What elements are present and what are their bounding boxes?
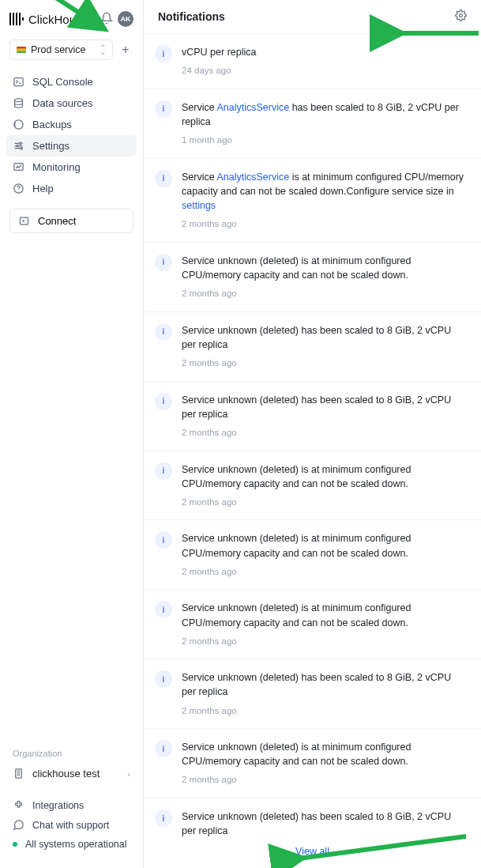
notification-item[interactable]: ivCPU per replica24 days ago xyxy=(144,33,481,89)
info-icon: i xyxy=(155,100,172,118)
panel-title: Notifications xyxy=(158,10,225,23)
sidebar-item-label: Settings xyxy=(32,140,70,152)
sidebar-link-integrations[interactable]: Integrations xyxy=(0,795,143,815)
notification-message: Service unknown (deleted) is at minimum … xyxy=(182,254,467,282)
notification-item[interactable]: iService unknown (deleted) is at minimum… xyxy=(144,728,481,798)
notification-message: Service unknown (deleted) has been scale… xyxy=(182,810,467,838)
notification-item[interactable]: iService AnalyticsService has been scale… xyxy=(144,89,481,158)
brand-name: ClickHouse xyxy=(28,13,88,26)
notification-item[interactable]: iService unknown (deleted) has been scal… xyxy=(144,659,481,728)
notification-time: 2 months ago xyxy=(182,773,467,787)
sidebar-item-monitoring[interactable]: Monitoring xyxy=(6,157,137,178)
notification-link[interactable]: AnalyticsService xyxy=(216,102,289,113)
help-icon xyxy=(13,183,24,194)
status-dot-icon xyxy=(13,842,17,847)
notification-list: ivCPU per replica24 days agoiService Ana… xyxy=(144,33,481,838)
notifications-bell-icon[interactable] xyxy=(100,12,113,27)
notification-time: 2 months ago xyxy=(182,287,467,300)
info-icon: i xyxy=(155,670,172,688)
notification-item[interactable]: iService AnalyticsService is at minimum … xyxy=(144,158,481,242)
sidebar-nav: SQL ConsoleData sourcesBackupsSettingsMo… xyxy=(0,68,143,202)
notification-message: Service unknown (deleted) has been scale… xyxy=(182,393,467,421)
svg-rect-1 xyxy=(13,13,14,25)
connect-icon xyxy=(18,215,30,227)
settings-icon xyxy=(13,140,24,152)
info-icon: i xyxy=(155,323,172,341)
notification-time: 24 days ago xyxy=(182,64,256,77)
chevron-updown-icon: ⌃⌄ xyxy=(100,46,106,54)
sql-console-icon xyxy=(13,76,24,88)
sidebar-link-chat[interactable]: Chat with support xyxy=(0,815,143,835)
notification-message: Service unknown (deleted) is at minimum … xyxy=(182,531,467,560)
sidebar-item-backups[interactable]: Backups xyxy=(6,114,137,135)
sidebar-item-data-sources[interactable]: Data sources xyxy=(6,92,137,114)
sidebar-bottom: Organization clickhouse test › Integrati… xyxy=(0,739,143,860)
svg-rect-2 xyxy=(16,13,17,25)
sidebar-item-label: Monitoring xyxy=(32,161,81,173)
chat-icon xyxy=(13,819,24,831)
chevron-right-icon: › xyxy=(127,769,130,779)
integrations-icon xyxy=(13,799,24,811)
notification-item[interactable]: iService unknown (deleted) is at minimum… xyxy=(144,589,481,659)
svg-rect-0 xyxy=(9,13,11,25)
data-sources-icon xyxy=(13,97,24,109)
brand[interactable]: ClickHouse AK xyxy=(0,8,143,36)
svg-point-8 xyxy=(17,145,19,147)
sidebar-item-label: Backups xyxy=(32,119,72,130)
settings-gear-icon[interactable] xyxy=(455,9,467,24)
integrations-label: Integrations xyxy=(32,800,84,811)
service-selector[interactable]: Prod service ⌃⌄ xyxy=(9,40,113,60)
main-panel: Notifications ivCPU per replica24 days a… xyxy=(144,0,481,868)
notification-time: 2 months ago xyxy=(182,496,467,509)
info-icon: i xyxy=(155,810,172,827)
panel-header: Notifications xyxy=(144,0,481,33)
sidebar-item-help[interactable]: Help xyxy=(6,178,137,199)
notification-message: Service unknown (deleted) has been scale… xyxy=(182,323,467,352)
connect-button[interactable]: Connect xyxy=(9,209,133,233)
info-icon: i xyxy=(155,254,172,271)
organization-section-label: Organization xyxy=(0,745,143,763)
notification-time: 1 month ago xyxy=(182,134,467,147)
notification-link[interactable]: settings xyxy=(182,200,216,211)
clickhouse-logo-icon xyxy=(9,13,24,25)
notification-message: Service unknown (deleted) is at minimum … xyxy=(182,601,467,629)
notification-message: Service unknown (deleted) is at minimum … xyxy=(182,740,467,768)
notification-message: Service AnalyticsService has been scaled… xyxy=(182,100,467,129)
sidebar-item-settings[interactable]: Settings xyxy=(6,135,137,157)
add-service-button[interactable]: + xyxy=(118,43,133,57)
notification-message: Service unknown (deleted) has been scale… xyxy=(182,670,467,699)
organization-name: clickhouse test xyxy=(32,768,100,779)
notification-item[interactable]: iService unknown (deleted) is at minimum… xyxy=(144,519,481,589)
notification-item[interactable]: iService unknown (deleted) is at minimum… xyxy=(144,242,481,311)
status-label: All systems operational xyxy=(25,839,127,850)
sidebar-item-label: Data sources xyxy=(32,97,93,109)
info-icon: i xyxy=(155,45,172,62)
svg-rect-5 xyxy=(14,78,23,86)
chat-label: Chat with support xyxy=(32,820,109,831)
svg-rect-4 xyxy=(22,17,24,21)
service-status-icon xyxy=(17,47,26,53)
service-name: Prod service xyxy=(31,44,85,55)
user-avatar[interactable]: AK xyxy=(118,11,133,27)
sidebar-item-sql-console[interactable]: SQL Console xyxy=(6,71,137,92)
connect-label: Connect xyxy=(38,215,76,227)
sidebar-link-status[interactable]: All systems operational xyxy=(0,835,143,854)
notification-item[interactable]: iService unknown (deleted) is at minimum… xyxy=(144,451,481,520)
notification-item[interactable]: iService unknown (deleted) has been scal… xyxy=(144,311,481,381)
monitoring-icon xyxy=(13,161,24,173)
notification-item[interactable]: iService unknown (deleted) has been scal… xyxy=(144,381,481,451)
notification-time: 2 months ago xyxy=(182,704,467,718)
organization-item[interactable]: clickhouse test › xyxy=(0,763,143,784)
info-icon: i xyxy=(155,462,172,480)
notification-link[interactable]: AnalyticsService xyxy=(216,172,289,183)
notification-message: Service unknown (deleted) is at minimum … xyxy=(182,462,467,491)
svg-rect-3 xyxy=(19,13,21,25)
sidebar-item-label: SQL Console xyxy=(32,76,93,88)
info-icon: i xyxy=(155,170,172,187)
view-all-link[interactable]: View all xyxy=(144,838,481,868)
info-icon: i xyxy=(155,740,172,757)
organization-icon xyxy=(13,768,24,779)
notification-item[interactable]: iService unknown (deleted) has been scal… xyxy=(144,798,481,838)
svg-point-14 xyxy=(460,14,463,17)
notification-message: Service AnalyticsService is at minimum c… xyxy=(182,170,467,213)
